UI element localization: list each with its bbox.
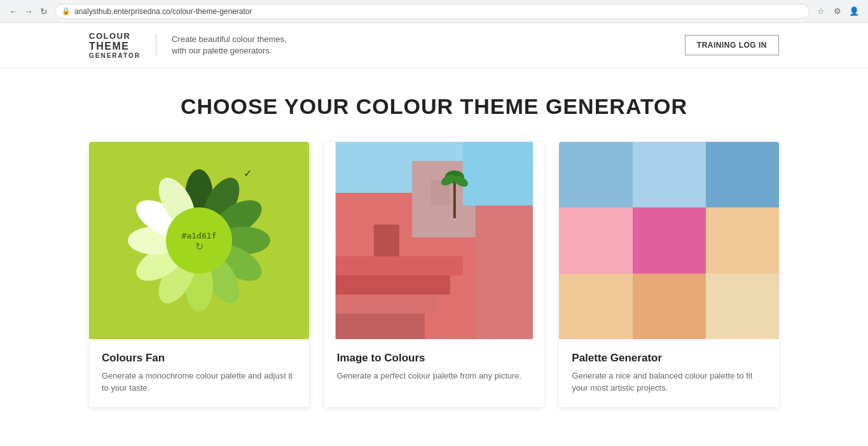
logo-line3: GENERATOR — [89, 52, 141, 59]
page-content: COLOUR THEME GENERATOR Create beautiful … — [0, 23, 868, 446]
profile-icon[interactable]: 👤 — [848, 5, 860, 18]
back-button[interactable]: ← — [8, 6, 19, 17]
palette-generator-image — [559, 142, 779, 339]
palette-cell-6 — [706, 207, 779, 273]
header: COLOUR THEME GENERATOR Create beautiful … — [0, 23, 868, 69]
svg-rect-27 — [453, 180, 455, 218]
forward-button[interactable]: → — [23, 6, 34, 17]
svg-rect-23 — [335, 314, 424, 339]
palette-generator-title: Palette Generator — [572, 352, 766, 365]
palette-generator-card[interactable]: Palette Generator Generate a nice and ba… — [559, 142, 779, 407]
palette-cell-2 — [633, 142, 706, 207]
svg-rect-20 — [335, 256, 462, 275]
image-to-colours-body: Image to Colours Generate a perfect colo… — [324, 339, 544, 395]
colours-fan-bg: #a1d61f ↻ ✓ — [89, 142, 309, 339]
palette-cell-8 — [633, 274, 706, 339]
svg-rect-19 — [462, 142, 532, 206]
header-left: COLOUR THEME GENERATOR Create beautiful … — [89, 32, 287, 59]
main-section: CHOOSE YOUR COLOUR THEME GENERATOR — [0, 69, 868, 445]
palette-cell-1 — [559, 142, 632, 207]
palette-cell-9 — [706, 274, 779, 339]
svg-text:#a1d61f: #a1d61f — [181, 231, 216, 240]
bookmark-icon[interactable]: ☆ — [815, 5, 827, 18]
svg-point-12 — [166, 207, 232, 274]
colours-fan-title: Colours Fan — [102, 352, 296, 365]
logo-block: COLOUR THEME GENERATOR — [89, 32, 141, 59]
tagline-line2: with our palette generators. — [172, 46, 272, 55]
image-to-colours-card[interactable]: Image to Colours Generate a perfect colo… — [324, 142, 544, 407]
palette-grid — [559, 142, 779, 339]
browser-chrome: ← → ↻ 🔒 analysthub.enterprisedna.co/colo… — [0, 0, 868, 23]
browser-actions: ☆ ⚙ 👤 — [815, 5, 860, 18]
image-to-colours-image — [324, 142, 544, 339]
lock-icon: 🔒 — [62, 7, 71, 15]
refresh-button[interactable]: ↻ — [38, 6, 50, 17]
image-to-colours-title: Image to Colours — [337, 352, 532, 365]
palette-generator-desc: Generate a nice and balanced colour pale… — [572, 370, 766, 394]
logo-tagline: Create beautiful colour themes, with our… — [172, 34, 287, 57]
svg-rect-26 — [373, 225, 399, 256]
logo-line2: THEME — [89, 41, 141, 52]
url-text: analysthub.enterprisedna.co/colour-theme… — [74, 7, 252, 16]
colours-fan-card[interactable]: #a1d61f ↻ ✓ Colours Fan Generate a monoc… — [89, 142, 309, 407]
extensions-icon[interactable]: ⚙ — [831, 5, 844, 18]
cursor-indicator: ✓ — [244, 167, 252, 179]
building-scene-svg — [324, 142, 544, 339]
address-bar[interactable]: 🔒 analysthub.enterprisedna.co/colour-the… — [55, 4, 809, 19]
palette-generator-body: Palette Generator Generate a nice and ba… — [559, 339, 779, 407]
logo-line1: COLOUR — [89, 32, 141, 41]
tagline-line1: Create beautiful colour themes, — [172, 34, 287, 44]
page-title: CHOOSE YOUR COLOUR THEME GENERATOR — [89, 94, 779, 119]
logo-divider — [156, 34, 156, 57]
svg-text:↻: ↻ — [195, 241, 203, 252]
palette-cell-5 — [633, 207, 706, 273]
cards-grid: #a1d61f ↻ ✓ Colours Fan Generate a monoc… — [89, 142, 779, 407]
training-login-button[interactable]: TRAINING LOG IN — [685, 35, 779, 55]
flower-svg: #a1d61f ↻ — [123, 164, 275, 317]
palette-cell-7 — [559, 274, 632, 339]
palette-cell-3 — [706, 142, 779, 207]
svg-rect-24 — [475, 206, 532, 339]
nav-buttons: ← → ↻ — [8, 6, 50, 17]
palette-cell-4 — [559, 207, 632, 273]
image-to-colours-desc: Generate a perfect colour palette from a… — [337, 370, 532, 382]
svg-rect-22 — [335, 295, 437, 314]
colours-fan-desc: Generate a monochrome colour palette and… — [102, 370, 296, 394]
colours-fan-image: #a1d61f ↻ ✓ — [89, 142, 309, 339]
colours-fan-body: Colours Fan Generate a monochrome colour… — [89, 339, 309, 407]
svg-rect-21 — [335, 275, 450, 295]
